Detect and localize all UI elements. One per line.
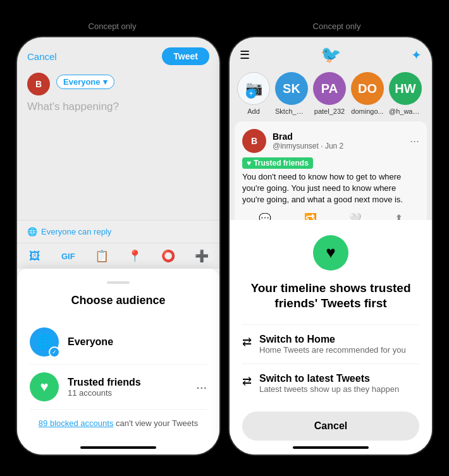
switch-latest-title: Switch to latest Tweets (259, 373, 399, 384)
image-icon[interactable]: 🖼 (27, 248, 42, 264)
everyone-text: Everyone (68, 336, 207, 348)
arrows-icon-home: ⇄ (242, 335, 252, 349)
trusted-badge: ♥ Trusted friends (242, 157, 313, 169)
sheet-cancel-button[interactable]: Cancel (242, 412, 419, 441)
feed-top-bar: ☰ 🐦 ✦ (230, 37, 432, 72)
hamburger-icon[interactable]: ☰ (240, 48, 250, 62)
tweet-author: Brad (273, 131, 403, 142)
story-add[interactable]: 📷+ Add (237, 72, 270, 115)
more-button[interactable]: ··· (196, 380, 207, 394)
right-home-bar-line (293, 446, 369, 449)
plus-icon[interactable]: ➕ (194, 248, 209, 264)
left-phone: Cancel Tweet B Everyone ▾ What's happeni… (17, 37, 219, 455)
twitter-logo: 🐦 (321, 45, 341, 64)
timeline-sheet: ♥ Your timeline shows trusted friends' T… (230, 220, 432, 441)
chevron-icon: ▾ (103, 77, 108, 87)
circle-icon[interactable]: ⭕ (161, 248, 176, 264)
story-1-avatar: SK (275, 72, 308, 105)
user-avatar: B (27, 73, 50, 95)
home-bar (17, 441, 219, 455)
trusted-friends-label: Trusted friends (68, 377, 187, 388)
audience-pill[interactable]: Everyone ▾ (56, 75, 114, 89)
story-4-label: @h_wang... (389, 107, 422, 115)
everyone-icon: 🌐 ✓ (30, 327, 59, 357)
reply-icon[interactable]: 💬 (259, 212, 271, 220)
sparkle-icon[interactable]: ✦ (411, 47, 422, 63)
story-4[interactable]: HW @h_wang... (389, 72, 422, 115)
compose-top-bar: Cancel Tweet (27, 47, 209, 65)
stories-row: 📷+ Add SK Sktch_Co... PA patel_232 DO do… (230, 72, 432, 121)
story-1-label: Sktch_Co... (275, 107, 308, 115)
right-phone: ☰ 🐦 ✦ 📷+ Add SK Sktch_Co... PA patel_232 (230, 37, 432, 455)
story-3-avatar: DO (351, 72, 384, 105)
story-2-label: patel_232 (314, 107, 345, 115)
switch-to-latest-option[interactable]: ⇄ Switch to latest Tweets Latest tweets … (242, 363, 419, 403)
sheet-title: Your timeline shows trusted friends' Twe… (242, 281, 419, 312)
globe-icon: 🌐 (27, 227, 37, 236)
right-home-bar (230, 441, 432, 455)
sheet-drag-handle (107, 281, 130, 284)
switch-latest-text: Switch to latest Tweets Latest tweets sh… (259, 373, 399, 394)
home-bar-line (80, 446, 156, 449)
switch-to-home-option[interactable]: ⇄ Switch to Home Home Tweets are recomme… (242, 324, 419, 363)
switch-home-text: Switch to Home Home Tweets are recommend… (259, 334, 406, 355)
share-icon[interactable]: ⬆ (395, 212, 403, 220)
gif-icon[interactable]: GIF (61, 248, 76, 264)
badge-label: Trusted friends (254, 159, 309, 168)
story-2-avatar: PA (313, 72, 346, 105)
tweet-text: You don't need to know how to get to whe… (242, 171, 419, 206)
sheet-heart-icon: ♥ (313, 235, 348, 271)
retweet-icon[interactable]: 🔁 (304, 212, 317, 220)
right-concept-label: Concept only (313, 21, 361, 31)
choose-audience-sheet: Choose audience 🌐 ✓ Everyone ♥ Trusted f… (17, 269, 219, 441)
tweet-avatar: B (242, 129, 266, 153)
everyone-option[interactable]: 🌐 ✓ Everyone (30, 320, 207, 365)
compose-area: Cancel Tweet B Everyone ▾ What's happeni… (17, 37, 219, 220)
cancel-button[interactable]: Cancel (27, 51, 57, 62)
story-3-label: domingo... (351, 107, 383, 115)
audience-pill-label: Everyone (63, 77, 101, 87)
story-3[interactable]: DO domingo... (351, 72, 384, 115)
tweet-button[interactable]: Tweet (162, 47, 209, 65)
can-reply-bar: 🌐 Everyone can reply (17, 220, 219, 243)
tweet-more-icon[interactable]: ··· (410, 135, 419, 148)
story-add-icon: 📷+ (237, 72, 270, 105)
heart-icon: ♥ (247, 159, 251, 168)
switch-latest-sub: Latest tweets show up as they happen (259, 384, 399, 394)
left-concept-label: Concept only (89, 21, 137, 31)
tweet-card: B Brad @inmysunset · Jun 2 ··· ♥ Trusted… (235, 121, 427, 220)
trusted-friends-text: Trusted friends 11 accounts (68, 377, 187, 398)
can-reply-text: Everyone can reply (41, 227, 111, 236)
trusted-friends-option[interactable]: ♥ Trusted friends 11 accounts ··· (30, 365, 207, 410)
selected-checkmark: ✓ (49, 346, 60, 358)
switch-home-title: Switch to Home (259, 334, 406, 345)
everyone-label: Everyone (68, 336, 207, 348)
location-icon[interactable]: 📍 (127, 248, 142, 264)
story-4-avatar: HW (389, 72, 422, 105)
story-1[interactable]: SK Sktch_Co... (275, 72, 308, 115)
blocked-link[interactable]: 89 blocked accounts (39, 418, 114, 428)
tweet-handle-date: @inmysunset · Jun 2 (273, 142, 403, 150)
tweet-header: B Brad @inmysunset · Jun 2 ··· (242, 129, 419, 153)
compose-toolbar: 🖼 GIF 📋 📍 ⭕ ➕ (17, 243, 219, 269)
tweet-actions: 💬 🔁 🤍 ⬆ (242, 212, 419, 220)
trusted-friends-sub: 11 accounts (68, 388, 187, 398)
sheet-title: Choose audience (30, 294, 207, 307)
switch-home-sub: Home Tweets are recommended for you (259, 345, 406, 355)
compose-placeholder[interactable]: What's happening? (27, 101, 209, 113)
story-add-label: Add (247, 107, 260, 115)
list-icon[interactable]: 📋 (94, 248, 109, 264)
arrows-icon-latest: ⇄ (242, 374, 252, 388)
like-icon[interactable]: 🤍 (349, 212, 362, 220)
tweet-meta: Brad @inmysunset · Jun 2 (273, 131, 403, 150)
blocked-notice: 89 blocked accounts can't view your Twee… (30, 418, 207, 430)
story-2[interactable]: PA patel_232 (313, 72, 346, 115)
trusted-friends-icon: ♥ (30, 372, 59, 401)
twitter-feed: ☰ 🐦 ✦ 📷+ Add SK Sktch_Co... PA patel_232 (230, 37, 432, 220)
